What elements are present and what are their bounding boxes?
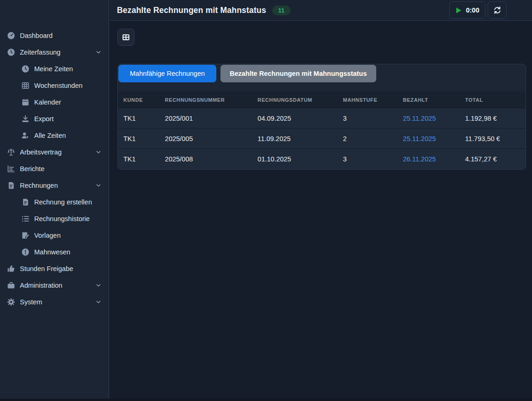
cell-kunde: TK1	[118, 155, 159, 163]
file-pen-icon	[21, 231, 30, 240]
table-row: TK1 2025/008 01.10.2025 3 26.11.2025 4.1…	[118, 149, 526, 169]
sidebar-item-label: Stunden Freigabe	[20, 265, 73, 272]
sidebar-item-label: Export	[34, 115, 54, 123]
chart-icon	[7, 165, 15, 173]
page-title: Bezahlte Rechnungen mit Mahnstatus	[117, 6, 266, 15]
sidebar-item-label: Dashboard	[20, 32, 53, 39]
sidebar-item-label: Alle Zeiten	[34, 132, 66, 139]
sidebar-item-label: Vorlagen	[34, 232, 61, 239]
column-header-mahnstufe: Mahnstufe	[337, 97, 397, 103]
cell-rechnungsnummer: 2025/001	[159, 115, 252, 122]
tab-gap	[118, 83, 526, 92]
sidebar-item-export[interactable]: Export	[0, 111, 109, 127]
sidebar-item-label: Mahnwesen	[34, 248, 70, 256]
table-view-button[interactable]	[117, 29, 135, 46]
cell-rechnungsdatum: 11.09.2025	[252, 135, 337, 142]
cell-mahnstufe: 3	[337, 115, 397, 122]
clock-icon	[21, 65, 30, 73]
column-header-rechnungsnummer: Rechnungsnummer	[159, 97, 252, 103]
cell-bezahlt-link[interactable]: 25.11.2025	[397, 135, 460, 142]
topbar: Bezahlte Rechnungen mit Mahnstatus 11 0:…	[110, 0, 532, 21]
sidebar-item-mahnwesen[interactable]: Mahnwesen	[0, 244, 109, 260]
sidebar-item-label: Wochenstunden	[34, 82, 83, 89]
list-icon	[21, 215, 30, 223]
sidebar-item-rechnung-erstellen[interactable]: Rechnung erstellen	[0, 194, 109, 210]
sidebar-item-vorlagen[interactable]: Vorlagen	[0, 227, 109, 244]
refresh-icon	[493, 6, 501, 14]
cell-rechnungsnummer: 2025/008	[159, 155, 252, 163]
cell-mahnstufe: 3	[337, 155, 397, 163]
scales-icon	[7, 148, 15, 156]
tab-mahnfaehige-rechnungen[interactable]: Mahnfähige Rechnungen	[118, 65, 216, 82]
sidebar-item-label: Meine Zeiten	[34, 65, 73, 73]
chevron-down-icon	[96, 149, 101, 155]
count-badge: 11	[272, 6, 291, 15]
tab-strip: Mahnfähige Rechnungen Bezahlte Rechnunge…	[118, 64, 526, 83]
cell-rechnungsdatum: 01.10.2025	[252, 155, 337, 163]
sidebar-item-rechnungen[interactable]: Rechnungen	[0, 177, 109, 194]
chevron-down-icon	[96, 283, 101, 288]
sidebar-item-label: Zeiterfassung	[20, 49, 61, 56]
cell-kunde: TK1	[118, 115, 159, 122]
clock-icon	[7, 48, 15, 56]
sidebar-item-label: Rechnungshistorie	[34, 215, 90, 222]
cell-bezahlt-link[interactable]: 26.11.2025	[397, 155, 460, 163]
sidebar-item-dashboard[interactable]: Dashboard	[0, 27, 109, 44]
chevron-down-icon	[96, 183, 101, 188]
cell-total: 1.192,98 €	[459, 115, 526, 122]
timer-value: 0:00	[466, 6, 479, 14]
gear-icon	[7, 298, 15, 306]
cell-bezahlt-link[interactable]: 25.11.2025	[397, 115, 460, 122]
refresh-button[interactable]	[488, 1, 507, 19]
sidebar-item-label: Rechnungen	[20, 182, 58, 189]
main-content: Mahnfähige Rechnungen Bezahlte Rechnunge…	[110, 21, 532, 401]
toolbar	[110, 21, 532, 46]
cell-mahnstufe: 2	[337, 135, 397, 142]
sidebar-item-administration[interactable]: Administration	[0, 277, 109, 294]
column-header-bezahlt: Bezahlt	[397, 97, 460, 103]
sidebar-item-label: Arbeitsvertrag	[20, 148, 61, 156]
sidebar-item-arbeitsvertrag[interactable]: Arbeitsvertrag	[0, 144, 109, 160]
column-header-kunde: Kunde	[118, 97, 159, 103]
briefcase-icon	[7, 281, 15, 290]
cell-total: 11.793,50 €	[459, 135, 526, 142]
chevron-down-icon	[96, 299, 101, 305]
column-header-rechnungsdatum: Rechnungsdatum	[252, 97, 337, 103]
table-row: TK1 2025/005 11.09.2025 2 25.11.2025 11.…	[118, 129, 526, 149]
table-header: Kunde Rechnungsnummer Rechnungsdatum Mah…	[118, 92, 526, 108]
sidebar-item-label: Berichte	[20, 165, 44, 173]
sidebar-item-berichte[interactable]: Berichte	[0, 160, 109, 177]
sidebar-item-label: System	[20, 298, 42, 306]
sidebar-item-label: Administration	[20, 282, 62, 289]
sidebar-item-label: Kalender	[34, 99, 61, 106]
calendar-icon	[21, 98, 30, 106]
exclamation-icon	[21, 248, 30, 256]
users-icon	[21, 131, 30, 140]
grid-icon	[21, 81, 30, 90]
invoice-card: Mahnfähige Rechnungen Bezahlte Rechnunge…	[117, 64, 526, 170]
table-row: TK1 2025/001 04.09.2025 3 25.11.2025 1.1…	[118, 108, 526, 129]
download-icon	[21, 115, 30, 123]
sidebar-item-system[interactable]: System	[0, 294, 109, 310]
horizontal-scrollbar[interactable]	[0, 399, 532, 401]
cell-rechnungsdatum: 04.09.2025	[252, 115, 337, 122]
tab-bezahlte-rechnungen[interactable]: Bezahlte Rechnungen mit Mahnungsstatus	[220, 65, 376, 82]
sidebar-item-zeiterfassung[interactable]: Zeiterfassung	[0, 44, 109, 61]
cell-total: 4.157,27 €	[459, 155, 526, 163]
table-icon	[122, 33, 130, 41]
chevron-down-icon	[96, 49, 101, 55]
sidebar-item-label: Rechnung erstellen	[34, 198, 92, 206]
sidebar-item-rechnungshistorie[interactable]: Rechnungshistorie	[0, 210, 109, 227]
sidebar-item-stunden-freigabe[interactable]: Stunden Freigabe	[0, 260, 109, 277]
topbar-actions: 0:00	[449, 1, 507, 19]
sidebar-item-meine-zeiten[interactable]: Meine Zeiten	[0, 61, 109, 77]
sidebar-item-alle-zeiten[interactable]: Alle Zeiten	[0, 127, 109, 144]
sidebar: Dashboard Zeiterfassung Meine Zeiten Woc…	[0, 0, 109, 401]
play-icon	[455, 7, 462, 14]
column-header-total: Total	[459, 97, 526, 103]
speedometer-icon	[7, 31, 15, 40]
sidebar-item-kalender[interactable]: Kalender	[0, 94, 109, 111]
cell-kunde: TK1	[118, 135, 159, 142]
sidebar-item-wochenstunden[interactable]: Wochenstunden	[0, 77, 109, 94]
timer-button[interactable]: 0:00	[449, 1, 485, 19]
